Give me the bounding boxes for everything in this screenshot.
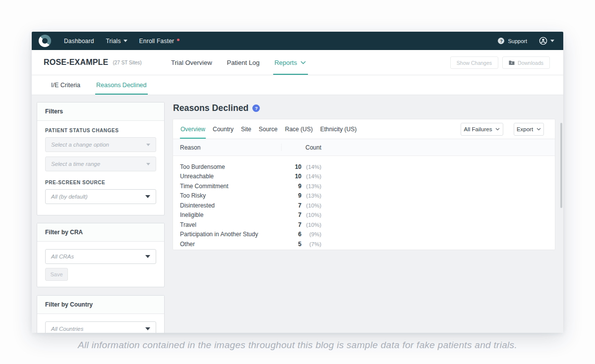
- report-card: Overview Country Site Source Race (US) E…: [173, 119, 555, 250]
- count-cell: 9: [274, 183, 301, 190]
- filters-panel-title: Filters: [37, 103, 164, 121]
- chevron-down-icon: [145, 195, 150, 198]
- tab-source[interactable]: Source: [258, 119, 278, 139]
- downloads-label: Downloads: [518, 60, 543, 66]
- table-header: Reason Count: [173, 139, 555, 156]
- table-row: Other 5 (7%): [180, 239, 552, 249]
- table-row: Travel 7 (10%): [180, 220, 552, 230]
- tab-label: Patient Log: [227, 59, 260, 66]
- study-sites-note: (27 ST Sites): [113, 60, 141, 65]
- download-folder-icon: [509, 60, 515, 65]
- reason-cell: Participation in Another Study: [180, 231, 274, 238]
- page-title: Reasons Declined: [173, 103, 248, 113]
- nav-item-label: Dashboard: [64, 38, 94, 45]
- count-cell: 7: [274, 211, 301, 218]
- subtab-label: Reasons Declined: [96, 82, 146, 89]
- pre-screen-source-select[interactable]: All (by default): [45, 189, 156, 204]
- cra-panel-title: Filter by CRA: [37, 223, 164, 242]
- country-panel-body: All Countries: [37, 314, 164, 333]
- subtab-ie-criteria[interactable]: I/E Criteria: [51, 75, 80, 95]
- nav-item-label: Enroll Faster: [139, 38, 175, 45]
- image-caption: All information contained in the images …: [0, 340, 595, 351]
- percent-cell: (14%): [301, 173, 321, 179]
- reason-cell: Time Commitment: [180, 183, 274, 190]
- tab-label: Reports: [274, 59, 297, 66]
- table-row: Time Commitment 9 (13%): [180, 181, 552, 191]
- cra-panel-body: All CRAs Save: [37, 242, 164, 289]
- vertical-scrollbar[interactable]: [560, 123, 562, 208]
- filter-by-cra-panel: Filter by CRA All CRAs Save: [37, 223, 165, 287]
- nav-links: Dashboard Trials Enroll Faster: [64, 38, 179, 45]
- tab-label: Race (US): [285, 126, 313, 133]
- tab-trial-overview[interactable]: Trial Overview: [171, 50, 212, 75]
- save-button[interactable]: Save: [45, 268, 68, 281]
- time-range-select[interactable]: Select a time range: [45, 156, 156, 171]
- count-cell: 10: [274, 163, 301, 170]
- bar-track: [330, 163, 552, 170]
- top-navbar: Dashboard Trials Enroll Faster ? Support: [32, 32, 563, 50]
- tab-site[interactable]: Site: [240, 119, 252, 139]
- support-button[interactable]: ? Support: [498, 38, 527, 44]
- tab-ethnicity-us[interactable]: Ethnicity (US): [320, 119, 357, 139]
- help-icon[interactable]: ?: [252, 104, 260, 112]
- page: Dashboard Trials Enroll Faster ? Support: [0, 0, 595, 364]
- tab-patient-log[interactable]: Patient Log: [227, 50, 260, 75]
- tab-label: Trial Overview: [171, 59, 212, 66]
- cra-select[interactable]: All CRAs: [45, 249, 156, 264]
- bar-track: [330, 241, 552, 247]
- country-placeholder: All Countries: [51, 326, 145, 332]
- study-title-group: ROSE-EXAMPLE (27 ST Sites): [44, 50, 142, 75]
- tab-label: Overview: [180, 126, 205, 133]
- all-failures-dropdown[interactable]: All Failures: [461, 123, 503, 136]
- user-avatar-icon: [539, 37, 547, 45]
- percent-cell: (10%): [301, 222, 321, 228]
- report-title-group: Reasons Declined ?: [173, 103, 260, 113]
- downloads-button[interactable]: Downloads: [502, 56, 550, 69]
- chevron-down-icon: [300, 61, 306, 64]
- percent-cell: (7%): [301, 241, 321, 247]
- filters-panel: Filters PATIENT STATUS CHANGES Select a …: [37, 102, 165, 215]
- account-menu[interactable]: [539, 37, 554, 45]
- count-cell: 6: [274, 231, 301, 238]
- bar-track: [330, 202, 552, 208]
- tab-label: Site: [241, 126, 251, 133]
- chevron-down-icon: [123, 40, 127, 42]
- percent-cell: (10%): [301, 212, 321, 218]
- cra-placeholder: All CRAs: [51, 254, 145, 260]
- tab-label: Country: [213, 126, 234, 133]
- chevron-down-icon: [145, 327, 150, 330]
- table-row: Disinterested 7 (10%): [180, 201, 552, 210]
- subtab-reasons-declined[interactable]: Reasons Declined: [96, 75, 146, 95]
- header-buttons: Show Changes Downloads: [450, 56, 550, 69]
- chevron-down-icon: [550, 40, 554, 42]
- bar-track: [330, 221, 552, 228]
- show-changes-button[interactable]: Show Changes: [450, 56, 498, 69]
- bar-track: [330, 212, 552, 218]
- count-cell: 7: [274, 202, 301, 209]
- app-logo-icon[interactable]: [39, 35, 51, 47]
- tab-overview[interactable]: Overview: [180, 119, 206, 139]
- reason-cell: Disinterested: [180, 202, 274, 209]
- report-subtabs: I/E Criteria Reasons Declined: [32, 75, 563, 95]
- percent-cell: (10%): [301, 203, 321, 208]
- nav-item-trials[interactable]: Trials: [106, 38, 127, 45]
- change-option-placeholder: Select a change option: [51, 142, 146, 148]
- nav-item-enroll-faster[interactable]: Enroll Faster: [139, 38, 180, 45]
- patient-status-changes-label: PATIENT STATUS CHANGES: [45, 128, 156, 133]
- tab-country[interactable]: Country: [212, 119, 234, 139]
- tab-race-us[interactable]: Race (US): [285, 119, 313, 139]
- tab-reports[interactable]: Reports: [274, 50, 306, 75]
- reason-cell: Too Risky: [180, 192, 274, 199]
- export-label: Export: [517, 126, 533, 132]
- table-body: Too Burdensome 10 (14%) Unreachable 10 (…: [173, 156, 555, 249]
- reason-cell: Too Burdensome: [180, 163, 274, 170]
- count-cell: 7: [274, 221, 301, 228]
- show-changes-label: Show Changes: [457, 60, 492, 66]
- nav-item-dashboard[interactable]: Dashboard: [64, 38, 94, 45]
- country-select[interactable]: All Countries: [45, 321, 156, 333]
- reason-cell: Ineligible: [180, 211, 274, 218]
- column-divider: [281, 144, 282, 151]
- percent-cell: (9%): [301, 231, 321, 237]
- change-option-select[interactable]: Select a change option: [45, 137, 156, 152]
- export-dropdown[interactable]: Export: [514, 123, 544, 136]
